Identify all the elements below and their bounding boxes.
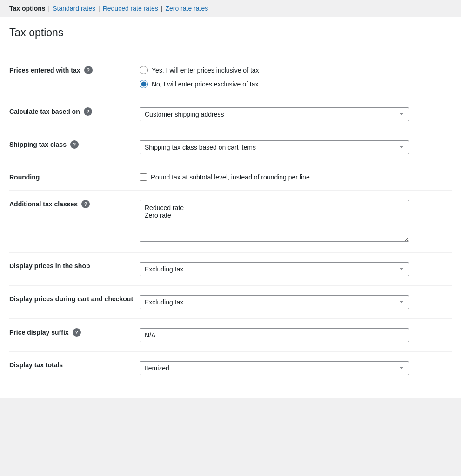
row-display-tax-totals: Display tax totals Itemized As a single … xyxy=(9,352,452,385)
field-shipping-tax-class: Shipping tax class based on cart items S… xyxy=(140,131,452,164)
select-display-prices-cart[interactable]: Excluding tax Including tax xyxy=(140,295,409,309)
page-wrapper: Tax options | Standard rates | Reduced r… xyxy=(0,0,461,398)
field-rounding: Round tax at subtotal level, instead of … xyxy=(140,164,452,191)
row-display-prices-shop: Display prices in the shop Excluding tax… xyxy=(9,253,452,286)
row-prices-entered-with-tax: Prices entered with tax ? Yes, I will en… xyxy=(9,57,452,98)
field-display-tax-totals: Itemized As a single total xyxy=(140,352,452,385)
select-calculate-tax-based-on[interactable]: Customer shipping address Customer billi… xyxy=(140,107,409,121)
select-wrapper-display-tax-totals: Itemized As a single total xyxy=(140,361,409,375)
nav-sep-1: | xyxy=(48,5,50,12)
field-price-display-suffix xyxy=(140,319,452,352)
radio-option-exclusive[interactable]: No, I will enter prices exclusive of tax xyxy=(140,80,452,88)
settings-table: Prices entered with tax ? Yes, I will en… xyxy=(9,57,452,384)
label-shipping-tax-class: Shipping tax class ? xyxy=(9,131,140,164)
select-shipping-tax-class[interactable]: Shipping tax class based on cart items S… xyxy=(140,140,409,154)
nav-link-standard-rates[interactable]: Standard rates xyxy=(53,5,95,12)
nav-current-label: Tax options xyxy=(9,5,46,12)
radio-exclusive[interactable] xyxy=(140,80,148,88)
help-icon-calculate-tax[interactable]: ? xyxy=(84,107,92,116)
input-price-display-suffix[interactable] xyxy=(140,328,409,342)
select-wrapper-calculate-tax: Customer shipping address Customer billi… xyxy=(140,107,409,121)
select-display-tax-totals[interactable]: Itemized As a single total xyxy=(140,361,409,375)
label-display-tax-totals: Display tax totals xyxy=(9,352,140,385)
checkbox-label-rounding[interactable]: Round tax at subtotal level, instead of … xyxy=(151,173,310,181)
textarea-additional-tax-classes[interactable]: Reduced rate Zero rate xyxy=(140,200,409,242)
label-rounding: Rounding xyxy=(9,164,140,191)
select-display-prices-shop[interactable]: Excluding tax Including tax xyxy=(140,262,409,276)
row-calculate-tax-based-on: Calculate tax based on ? Customer shippi… xyxy=(9,98,452,131)
nav-link-reduced-rate-rates[interactable]: Reduced rate rates xyxy=(103,5,158,12)
label-prices-entered-with-tax: Prices entered with tax ? xyxy=(9,57,140,98)
label-calculate-tax-based-on: Calculate tax based on ? xyxy=(9,98,140,131)
radio-option-inclusive[interactable]: Yes, I will enter prices inclusive of ta… xyxy=(140,66,452,74)
nav-sep-3: | xyxy=(161,5,163,12)
row-additional-tax-classes: Additional tax classes ? Reduced rate Ze… xyxy=(9,191,452,253)
label-price-display-suffix: Price display suffix ? xyxy=(9,319,140,352)
field-calculate-tax-based-on: Customer shipping address Customer billi… xyxy=(140,98,452,131)
row-display-prices-cart: Display prices during cart and checkout … xyxy=(9,286,452,319)
help-icon-price-display-suffix[interactable]: ? xyxy=(73,328,81,337)
radio-inclusive[interactable] xyxy=(140,66,148,74)
radio-label-inclusive: Yes, I will enter prices inclusive of ta… xyxy=(152,66,259,74)
content-area: Tax options Prices entered with tax ? xyxy=(0,17,461,398)
radio-group-prices-entered: Yes, I will enter prices inclusive of ta… xyxy=(140,66,452,88)
nav-link-zero-rate-rates[interactable]: Zero rate rates xyxy=(165,5,208,12)
field-prices-entered-with-tax: Yes, I will enter prices inclusive of ta… xyxy=(140,57,452,98)
label-additional-tax-classes: Additional tax classes ? xyxy=(9,191,140,253)
select-wrapper-display-prices-cart: Excluding tax Including tax xyxy=(140,295,409,309)
help-icon-prices-entered-with-tax[interactable]: ? xyxy=(84,66,93,74)
select-wrapper-shipping-tax: Shipping tax class based on cart items S… xyxy=(140,140,409,154)
nav-sep-2: | xyxy=(98,5,100,12)
select-wrapper-display-prices-shop: Excluding tax Including tax xyxy=(140,262,409,276)
page-title: Tax options xyxy=(9,26,452,43)
row-rounding: Rounding Round tax at subtotal level, in… xyxy=(9,164,452,191)
label-display-prices-shop: Display prices in the shop xyxy=(9,253,140,286)
field-display-prices-cart: Excluding tax Including tax xyxy=(140,286,452,319)
checkbox-row-rounding: Round tax at subtotal level, instead of … xyxy=(140,173,452,181)
checkbox-rounding[interactable] xyxy=(140,173,147,181)
label-display-prices-cart: Display prices during cart and checkout xyxy=(9,286,140,319)
radio-label-exclusive: No, I will enter prices exclusive of tax xyxy=(152,80,259,88)
field-display-prices-shop: Excluding tax Including tax xyxy=(140,253,452,286)
help-icon-shipping-tax-class[interactable]: ? xyxy=(70,140,79,149)
help-icon-additional-tax-classes[interactable]: ? xyxy=(81,200,90,208)
top-nav: Tax options | Standard rates | Reduced r… xyxy=(0,0,461,17)
row-price-display-suffix: Price display suffix ? xyxy=(9,319,452,352)
row-shipping-tax-class: Shipping tax class ? Shipping tax class … xyxy=(9,131,452,164)
field-additional-tax-classes: Reduced rate Zero rate xyxy=(140,191,452,253)
